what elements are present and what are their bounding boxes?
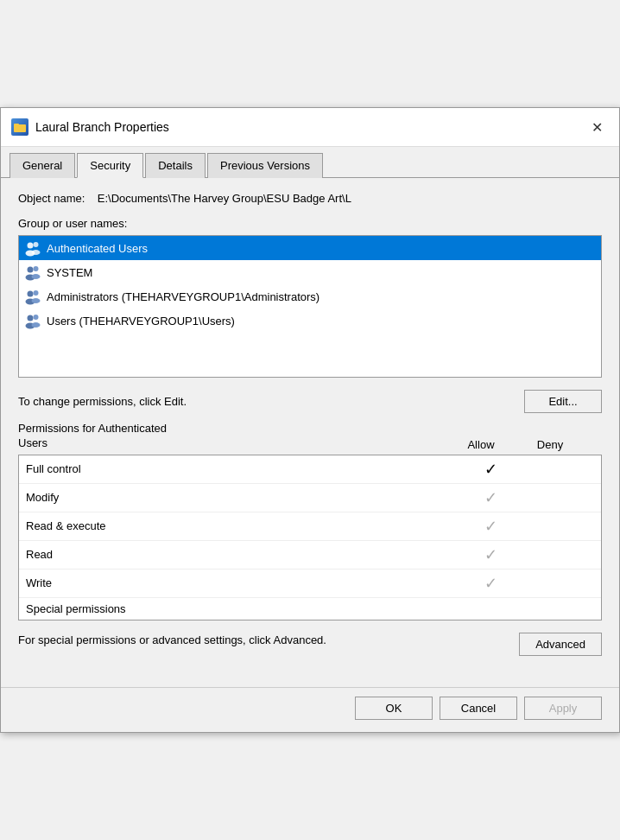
object-name-row: Object name: E:\Documents\The Harvey Gro… — [18, 192, 602, 205]
advanced-button[interactable]: Advanced — [519, 633, 602, 656]
users-icon-administrators — [24, 288, 41, 305]
perm-row-read: Read ✓ — [19, 541, 601, 570]
allow-label: Allow — [446, 438, 516, 451]
perm-name-write: Write — [26, 576, 456, 589]
allow-deny-header: Allow Deny — [446, 438, 585, 451]
svg-point-9 — [32, 274, 41, 279]
perm-name-modify: Modify — [26, 491, 456, 504]
properties-dialog: Laural Branch Properties ✕ General Secur… — [0, 107, 620, 733]
edit-row: To change permissions, click Edit. Edit.… — [18, 390, 602, 413]
permissions-table: Full control ✓ Modify ✓ Read & execute ✓… — [18, 455, 602, 620]
perm-name-read-execute: Read & execute — [26, 519, 456, 532]
svg-point-6 — [28, 267, 34, 273]
tab-general[interactable]: General — [9, 153, 75, 178]
cancel-button[interactable]: Cancel — [440, 697, 517, 720]
perm-allow-modify: ✓ — [456, 488, 525, 507]
title-bar: Laural Branch Properties ✕ — [1, 108, 619, 147]
tab-bar: General Security Details Previous Versio… — [1, 147, 619, 178]
svg-point-14 — [28, 315, 34, 321]
edit-prompt: To change permissions, click Edit. — [18, 395, 187, 408]
svg-point-10 — [28, 291, 34, 297]
tab-previous-versions[interactable]: Previous Versions — [207, 153, 323, 178]
close-button[interactable]: ✕ — [585, 115, 609, 139]
user-list[interactable]: Authenticated Users SYSTEM — [18, 235, 602, 378]
user-name-system: SYSTEM — [47, 266, 92, 279]
permissions-label: Permissions for AuthenticatedUsers — [18, 422, 446, 451]
perm-name-special: Special permissions — [26, 602, 456, 615]
svg-point-16 — [34, 315, 39, 320]
advanced-text: For special permissions or advanced sett… — [18, 633, 326, 648]
user-item-system[interactable]: SYSTEM — [19, 260, 601, 284]
title-bar-left: Laural Branch Properties — [11, 118, 169, 136]
users-icon-authenticated — [24, 239, 41, 257]
ok-button[interactable]: OK — [355, 697, 433, 720]
user-name-users: Users (THEHARVEYGROUP1\Users) — [47, 315, 235, 328]
perm-row-read-execute: Read & execute ✓ — [19, 512, 601, 541]
svg-point-4 — [34, 242, 39, 247]
group-label: Group or user names: — [18, 217, 602, 230]
user-item-users[interactable]: Users (THEHARVEYGROUP1\Users) — [19, 309, 601, 333]
svg-point-12 — [34, 290, 39, 296]
perm-row-special: Special permissions — [19, 598, 601, 620]
user-name-administrators: Administrators (THEHARVEYGROUP1\Administ… — [47, 290, 319, 303]
svg-point-2 — [28, 243, 34, 249]
svg-point-5 — [32, 250, 41, 255]
perm-allow-read: ✓ — [456, 545, 525, 564]
permissions-header: Permissions for AuthenticatedUsers Allow… — [18, 422, 602, 451]
object-name-label: Object name: — [18, 192, 85, 205]
tab-security[interactable]: Security — [77, 153, 143, 178]
edit-button[interactable]: Edit... — [524, 390, 602, 413]
svg-point-13 — [32, 298, 41, 303]
perm-name-read: Read — [26, 548, 456, 561]
apply-button[interactable]: Apply — [524, 697, 602, 720]
window-title: Laural Branch Properties — [35, 120, 169, 134]
user-name-authenticated: Authenticated Users — [47, 242, 148, 255]
deny-label: Deny — [516, 438, 585, 451]
user-item-authenticated[interactable]: Authenticated Users — [19, 236, 601, 260]
dialog-footer: OK Cancel Apply — [1, 687, 619, 732]
perm-row-modify: Modify ✓ — [19, 484, 601, 512]
perm-row-write: Write ✓ — [19, 570, 601, 598]
perm-row-full-control: Full control ✓ — [19, 455, 601, 484]
svg-point-8 — [34, 266, 39, 271]
user-item-administrators[interactable]: Administrators (THEHARVEYGROUP1\Administ… — [19, 284, 601, 309]
users-icon-users — [24, 312, 41, 329]
folder-icon — [11, 118, 28, 136]
svg-rect-1 — [14, 124, 19, 126]
advanced-row: For special permissions or advanced sett… — [18, 633, 602, 656]
perm-allow-write: ✓ — [456, 574, 525, 593]
perm-name-full-control: Full control — [26, 462, 456, 475]
tab-content: Object name: E:\Documents\The Harvey Gro… — [1, 178, 619, 687]
perm-allow-read-execute: ✓ — [456, 517, 525, 536]
object-name-value: E:\Documents\The Harvey Group\ESU Badge … — [98, 192, 351, 205]
users-icon-system — [24, 264, 41, 281]
perm-allow-full-control: ✓ — [456, 460, 525, 479]
svg-point-17 — [32, 322, 41, 328]
permissions-for-label: Permissions for AuthenticatedUsers — [18, 422, 167, 449]
tab-details[interactable]: Details — [145, 153, 206, 178]
